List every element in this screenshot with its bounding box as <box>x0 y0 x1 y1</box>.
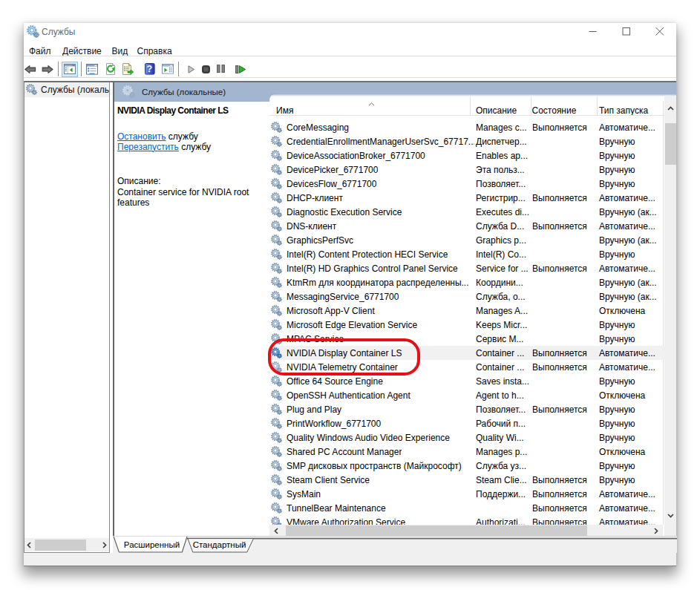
svg-text:Стандартный: Стандартный <box>192 540 246 549</box>
svg-text:?: ? <box>146 64 152 74</box>
svg-text:Расширенный: Расширенный <box>123 540 179 549</box>
